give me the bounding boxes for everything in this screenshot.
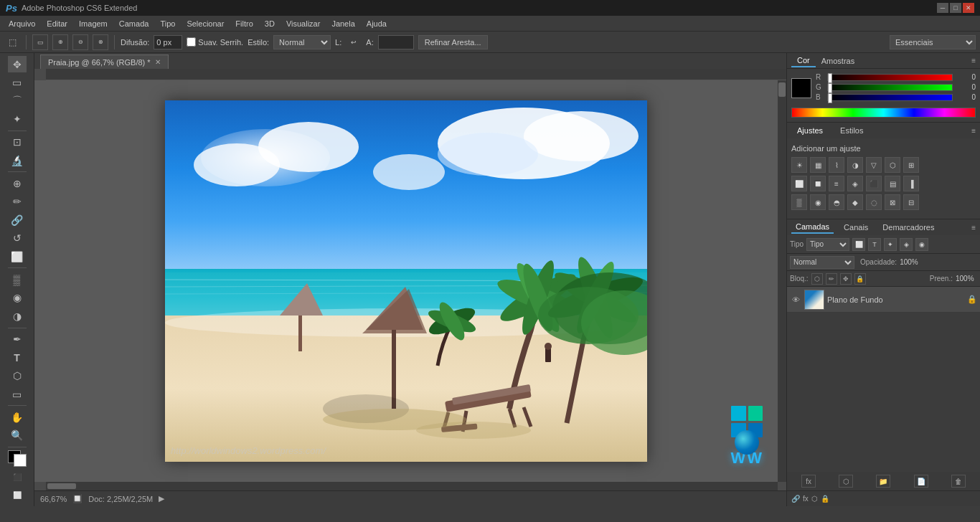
adj-levels-icon[interactable]: ▦ <box>810 157 826 173</box>
tab-demarcadores[interactable]: Demarcadores <box>878 222 938 233</box>
menu-visualizar[interactable]: Visualizar <box>281 18 326 29</box>
scrollbar-vertical[interactable] <box>778 80 786 482</box>
tab-estilos[interactable]: Estilos <box>834 125 869 136</box>
zoom-tool[interactable]: 🔍 <box>8 427 27 444</box>
lock-transparent-btn[interactable]: ⬡ <box>811 273 823 285</box>
adj-photo-icon[interactable]: 🔲 <box>810 176 826 191</box>
menu-imagem[interactable]: Imagem <box>73 18 113 29</box>
text-tool[interactable]: T <box>8 349 27 366</box>
color-picker[interactable] <box>8 450 27 467</box>
sub-select-btn[interactable]: ⊖ <box>72 34 88 50</box>
adj-match-icon[interactable]: ⊠ <box>885 194 900 210</box>
hand-tool[interactable]: ✋ <box>8 409 27 425</box>
menu-ajuda[interactable]: Ajuda <box>361 18 392 29</box>
dodge-tool[interactable]: ◑ <box>8 308 27 324</box>
menu-selecionar[interactable]: Selecionar <box>181 18 230 29</box>
crop-tool[interactable]: ⊡ <box>8 134 27 151</box>
adj-invert-icon[interactable]: ⬛ <box>866 176 882 191</box>
layer-visibility-btn[interactable]: 👁 <box>790 294 801 305</box>
adj-replace-icon[interactable]: ⊟ <box>903 194 919 210</box>
tab-canais[interactable]: Canais <box>839 222 872 233</box>
adj-color-icon[interactable]: ◈ <box>847 176 863 191</box>
maximize-button[interactable]: □ <box>950 3 961 13</box>
g-slider[interactable] <box>827 84 953 91</box>
minimize-button[interactable]: ─ <box>937 3 948 13</box>
magic-wand-tool[interactable]: ✦ <box>8 110 27 127</box>
document-tab[interactable]: Praia.jpg @ 66,7% (RGB/8) * ✕ <box>40 54 169 69</box>
tab-ajustes[interactable]: Ajustes <box>791 125 829 136</box>
filter-icon-5[interactable]: ◉ <box>915 238 928 251</box>
color-swatch-preview[interactable] <box>791 78 811 98</box>
close-button[interactable]: ✕ <box>963 3 974 13</box>
color-spectrum[interactable] <box>791 108 976 118</box>
adj-threshold-icon[interactable]: ▐ <box>903 176 919 191</box>
menu-filtro[interactable]: Filtro <box>230 18 258 29</box>
diffusion-input[interactable] <box>154 35 182 49</box>
adj-mixer-icon[interactable]: ≡ <box>829 176 844 191</box>
eraser-tool[interactable]: ⬜ <box>8 248 27 265</box>
selection-tool-icon[interactable]: ⬚ <box>4 34 20 50</box>
layer-item-background[interactable]: 👁 Plano de Fundo 🔒 <box>787 287 980 313</box>
adj-posterize-icon[interactable]: ▤ <box>885 176 900 191</box>
lock-position-btn[interactable]: ✥ <box>840 273 852 285</box>
tab-camadas[interactable]: Camadas <box>791 221 834 234</box>
smooth-checkbox[interactable] <box>187 37 196 47</box>
shape-tool[interactable]: ▭ <box>8 386 27 402</box>
brush-tool[interactable]: ✏ <box>8 194 27 210</box>
lock-all-btn[interactable]: 🔒 <box>854 273 866 285</box>
adj-desaturate-icon[interactable]: ◌ <box>866 194 882 210</box>
pen-tool[interactable]: ✒ <box>8 331 27 348</box>
clone-tool[interactable]: 🔗 <box>8 212 27 228</box>
history-brush-tool[interactable]: ↺ <box>8 230 27 247</box>
adj-vibrance-icon[interactable]: ▽ <box>866 157 882 173</box>
adj-selective-icon[interactable]: ◉ <box>810 194 826 210</box>
add-select-btn[interactable]: ⊕ <box>52 34 68 50</box>
marquee-tool[interactable]: ▭ <box>8 74 27 90</box>
new-group-btn[interactable]: 📁 <box>876 475 890 488</box>
filter-icon-2[interactable]: T <box>868 238 881 251</box>
gradient-tool[interactable]: ▒ <box>8 271 27 288</box>
adj-curves-icon[interactable]: ⌇ <box>829 157 844 173</box>
color-panel-collapse[interactable]: ≡ <box>971 57 976 65</box>
b-slider[interactable] <box>827 94 953 101</box>
menu-3d[interactable]: 3D <box>259 18 281 29</box>
move-tool[interactable]: ✥ <box>8 56 27 72</box>
blur-tool[interactable]: ◉ <box>8 290 27 306</box>
layers-collapse[interactable]: ≡ <box>971 224 976 232</box>
menu-janela[interactable]: Janela <box>326 18 360 29</box>
rect-select-btn[interactable]: ▭ <box>32 34 48 50</box>
blend-mode-select[interactable]: Normal <box>790 256 854 269</box>
path-select-tool[interactable]: ⬡ <box>8 367 27 384</box>
background-color[interactable] <box>14 454 27 467</box>
scrollbar-horizontal[interactable] <box>46 482 778 490</box>
adj-gradient-icon[interactable]: ▒ <box>791 194 807 210</box>
menu-camada[interactable]: Camada <box>113 18 155 29</box>
menu-arquivo[interactable]: Arquivo <box>3 18 41 29</box>
screen-mode-btn[interactable]: ⬜ <box>8 487 27 503</box>
adj-shadow-icon[interactable]: ◓ <box>829 194 844 210</box>
doc-size-arrow[interactable]: ▶ <box>159 494 164 503</box>
r-slider[interactable] <box>827 74 953 81</box>
lock-pixels-btn[interactable]: ✏ <box>826 273 837 285</box>
adj-brightness-icon[interactable]: ☀ <box>791 157 807 173</box>
style-select[interactable]: Normal <box>273 35 331 49</box>
tab-cor[interactable]: Cor <box>791 54 816 67</box>
canvas-content[interactable]: http://worldwindows2.wordpress.com/ WW <box>34 80 778 482</box>
filter-icon-4[interactable]: ◈ <box>900 238 913 251</box>
adj-collapse[interactable]: ≡ <box>971 127 976 135</box>
add-mask-btn[interactable]: ⬡ <box>839 475 853 488</box>
adj-exposure-icon[interactable]: ◑ <box>847 157 863 173</box>
healing-tool[interactable]: ⊕ <box>8 175 27 191</box>
eyedropper-tool[interactable]: 🔬 <box>8 152 27 169</box>
workspace-select[interactable]: Essenciais <box>890 35 976 49</box>
adj-colorbalance-icon[interactable]: ⊞ <box>903 157 919 173</box>
lasso-tool[interactable]: ⌒ <box>8 92 27 109</box>
l-icon[interactable]: ↩ <box>346 34 362 50</box>
filter-icon-1[interactable]: ⬜ <box>852 238 865 251</box>
tab-amostras[interactable]: Amostras <box>816 55 860 67</box>
add-effect-btn[interactable]: fx <box>801 475 816 488</box>
filter-type-select[interactable]: Tipo <box>806 238 849 251</box>
refine-edge-button[interactable]: Refinar Aresta... <box>418 35 488 49</box>
filter-icon-3[interactable]: ✦ <box>884 238 897 251</box>
adj-hdr-icon[interactable]: ◆ <box>847 194 863 210</box>
